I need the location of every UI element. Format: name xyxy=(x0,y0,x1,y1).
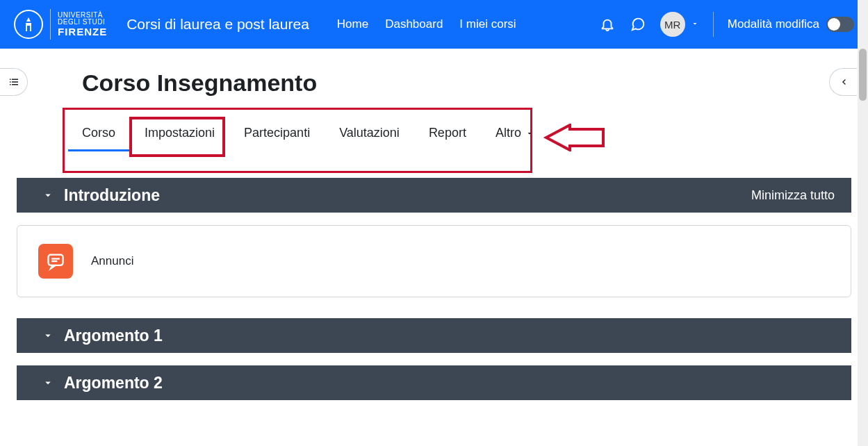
section-header-arg1[interactable]: Argomento 1 xyxy=(17,318,851,353)
navbar-right: MR Modalità modifica xyxy=(599,12,854,37)
chevron-down-icon xyxy=(691,18,699,31)
university-name: UNIVERSITÀ DEGLI STUDI FIRENZE xyxy=(58,12,107,38)
chevron-down-icon xyxy=(42,377,54,389)
section-title-intro: Introduzione xyxy=(64,186,160,205)
top-navbar: UNIVERSITÀ DEGLI STUDI FIRENZE Corsi di … xyxy=(0,0,868,49)
tab-report[interactable]: Report xyxy=(415,116,480,150)
scrollbar-track[interactable] xyxy=(858,0,868,446)
minimize-all-button[interactable]: Minimizza tutto xyxy=(751,188,835,203)
page-title: Corso Insegnamento xyxy=(82,69,868,97)
open-index-drawer-button[interactable] xyxy=(0,68,28,96)
messages-icon[interactable] xyxy=(630,16,646,33)
scrollbar-thumb[interactable] xyxy=(859,49,867,101)
section-header-intro[interactable]: Introduzione Minimizza tutto xyxy=(17,178,851,213)
course-tabs: Corso Impostazioni Partecipanti Valutazi… xyxy=(68,109,868,150)
tab-participants[interactable]: Partecipanti xyxy=(230,116,324,150)
primary-nav: Home Dashboard I miei corsi xyxy=(337,17,516,31)
svg-rect-0 xyxy=(49,255,63,265)
section-title-arg1: Argomento 1 xyxy=(64,327,163,345)
avatar: MR xyxy=(660,12,685,37)
uni-line3: FIRENZE xyxy=(58,26,107,38)
user-menu[interactable]: MR xyxy=(660,12,699,37)
tab-grades[interactable]: Valutazioni xyxy=(325,116,413,150)
open-block-drawer-button[interactable] xyxy=(829,68,857,96)
edit-mode-toggle[interactable] xyxy=(826,17,854,32)
tab-more-label: Altro xyxy=(496,126,521,140)
activity-announcements: Annunci xyxy=(17,225,851,297)
logo-divider xyxy=(50,9,51,40)
activity-announcements-link[interactable]: Annunci xyxy=(91,254,133,268)
vertical-divider xyxy=(713,12,714,37)
nav-mycourses[interactable]: I miei corsi xyxy=(459,17,516,31)
tab-more[interactable]: Altro xyxy=(482,116,548,150)
chevron-down-icon xyxy=(42,329,54,342)
nav-dashboard[interactable]: Dashboard xyxy=(385,17,443,31)
chevron-down-icon xyxy=(42,189,54,201)
edit-mode-toggle-block: Modalità modifica xyxy=(728,17,854,32)
tab-course[interactable]: Corso xyxy=(68,116,129,150)
notifications-icon[interactable] xyxy=(599,16,616,33)
tab-settings[interactable]: Impostazioni xyxy=(131,116,229,150)
main-content: Corso Insegnamento Corso Impostazioni Pa… xyxy=(0,49,868,400)
list-icon xyxy=(8,76,20,88)
university-seal-icon xyxy=(14,10,43,39)
section-header-arg2[interactable]: Argomento 2 xyxy=(17,365,851,400)
section-title-arg2: Argomento 2 xyxy=(64,374,163,393)
brand-logo[interactable]: UNIVERSITÀ DEGLI STUDI FIRENZE xyxy=(14,9,107,40)
chevron-left-icon xyxy=(838,76,849,88)
forum-icon xyxy=(38,244,73,279)
nav-home[interactable]: Home xyxy=(337,17,368,31)
edit-mode-label: Modalità modifica xyxy=(728,17,819,31)
chevron-down-icon xyxy=(525,129,534,138)
site-title[interactable]: Corsi di laurea e post laurea xyxy=(126,16,309,33)
